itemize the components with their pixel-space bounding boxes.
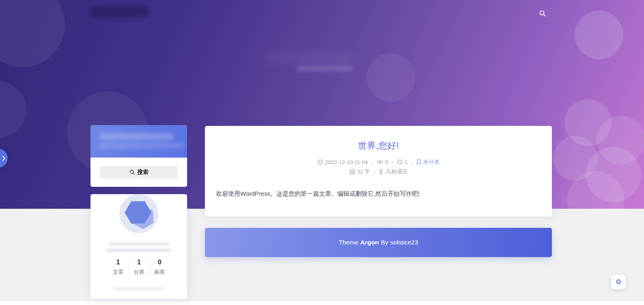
profile-card: 1 文章 1 分类 0 标签 xyxy=(90,194,187,299)
header-search-button[interactable] xyxy=(535,6,550,21)
blurred-profile-text xyxy=(113,288,164,290)
stat-categories-label: 分类 xyxy=(129,268,149,276)
sidebar-search-button[interactable]: 搜索 xyxy=(100,166,177,178)
post-read-time-text: 几秒读完 xyxy=(386,168,407,175)
theme-credit-prefix: Theme xyxy=(339,239,358,246)
post-excerpt: 欢迎使用WordPress。这是您的第一篇文章。编辑或删除它,然后开始写作吧! xyxy=(205,189,552,198)
search-icon xyxy=(539,10,546,17)
bokeh-circle xyxy=(0,0,65,67)
theme-credit-banner: Theme Argon By solstice23 xyxy=(205,228,552,257)
stat-tags-label: 标签 xyxy=(150,268,170,276)
meta-separator: | xyxy=(392,159,393,165)
hourglass-icon xyxy=(379,169,383,175)
bokeh-circle xyxy=(366,53,415,102)
stat-posts[interactable]: 1 文章 xyxy=(108,259,129,276)
page: 搜索 1 文章 1 分类 xyxy=(0,0,644,305)
main-column: 世界,您好! 2022-12-10 11:04 | 0 xyxy=(205,126,552,257)
search-button-label: 搜索 xyxy=(138,169,149,176)
theme-name-link[interactable]: Argon xyxy=(360,239,379,246)
profile-stats: 1 文章 1 分类 0 标签 xyxy=(90,259,187,276)
gear-icon: ⚙ xyxy=(615,279,621,286)
eye-icon xyxy=(377,160,383,164)
blurred-header-text xyxy=(99,133,174,140)
stat-tags[interactable]: 0 标签 xyxy=(149,259,170,276)
bookmark-icon xyxy=(416,159,421,165)
avatar xyxy=(119,194,158,233)
bokeh-circle xyxy=(575,11,623,59)
post-date-text: 2022-12-10 11:04 xyxy=(325,159,368,165)
meta-separator: | xyxy=(411,159,413,165)
post-category-text: 未分类 xyxy=(423,158,440,166)
blurred-header-text xyxy=(99,143,185,149)
theme-author-link[interactable]: solstice23 xyxy=(390,239,418,246)
stat-categories-value: 1 xyxy=(129,259,149,266)
bokeh-circle xyxy=(0,81,26,138)
post-word-count: 31 字 xyxy=(349,168,370,175)
clock-icon xyxy=(317,159,323,165)
stat-categories[interactable]: 1 分类 xyxy=(129,259,149,276)
blurred-banner-text xyxy=(264,52,353,64)
blurred-banner-text xyxy=(296,66,353,71)
stat-posts-label: 文章 xyxy=(108,268,129,276)
post-category-link[interactable]: 未分类 xyxy=(416,158,440,166)
search-card: 搜索 xyxy=(90,125,187,187)
sidebar: 搜索 1 文章 1 分类 xyxy=(90,125,187,299)
post-card: 世界,您好! 2022-12-10 11:04 | 0 xyxy=(205,126,552,216)
post-views: 0 xyxy=(377,159,388,165)
post-comments-link[interactable]: 1 xyxy=(397,159,408,165)
meta-separator: | xyxy=(371,159,373,165)
comment-icon xyxy=(397,159,403,165)
search-icon xyxy=(129,169,135,175)
post-title-link[interactable]: 世界,您好! xyxy=(205,140,552,152)
post-meta-row-1: 2022-12-10 11:04 | 0 | 1 xyxy=(205,158,552,166)
post-comments-count: 1 xyxy=(405,159,408,165)
search-card-header xyxy=(90,125,187,158)
post-word-count-text: 31 字 xyxy=(357,168,370,175)
settings-button[interactable]: ⚙ xyxy=(611,275,626,289)
post-views-count: 0 xyxy=(385,159,388,165)
blurred-profile-text xyxy=(108,242,169,245)
chevron-right-icon xyxy=(2,156,6,161)
stat-tags-value: 0 xyxy=(150,259,170,266)
word-count-icon xyxy=(349,169,355,175)
post-date: 2022-12-10 11:04 xyxy=(317,159,368,165)
blurred-site-title xyxy=(90,6,149,17)
post-meta-row-2: 31 字 | 几秒读完 xyxy=(205,168,552,175)
meta-separator: | xyxy=(374,169,375,175)
theme-credit-by: By xyxy=(381,239,388,246)
blurred-profile-text xyxy=(106,249,171,252)
search-card-body: 搜索 xyxy=(90,158,187,187)
post-read-time: 几秒读完 xyxy=(379,168,407,175)
stat-posts-value: 1 xyxy=(108,259,129,266)
